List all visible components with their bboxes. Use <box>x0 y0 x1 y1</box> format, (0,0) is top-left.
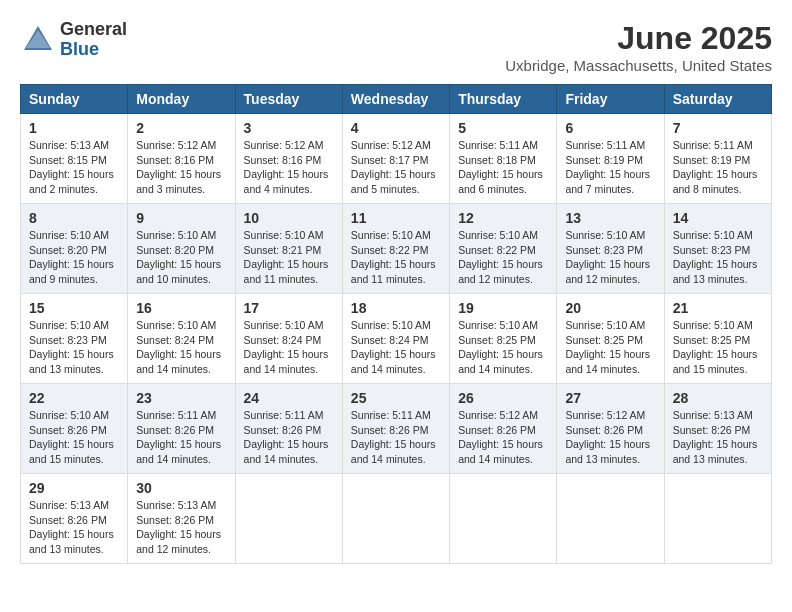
weekday-header-row: Sunday Monday Tuesday Wednesday Thursday… <box>21 85 772 114</box>
day-info: Sunrise: 5:13 AMSunset: 8:15 PMDaylight:… <box>29 138 119 197</box>
table-row: 2Sunrise: 5:12 AMSunset: 8:16 PMDaylight… <box>128 114 235 204</box>
day-number: 11 <box>351 210 441 226</box>
month-title: June 2025 <box>505 20 772 57</box>
day-number: 4 <box>351 120 441 136</box>
day-number: 12 <box>458 210 548 226</box>
day-info: Sunrise: 5:12 AMSunset: 8:17 PMDaylight:… <box>351 138 441 197</box>
day-info: Sunrise: 5:11 AMSunset: 8:26 PMDaylight:… <box>244 408 334 467</box>
table-row <box>342 474 449 564</box>
table-row: 4Sunrise: 5:12 AMSunset: 8:17 PMDaylight… <box>342 114 449 204</box>
day-number: 15 <box>29 300 119 316</box>
day-number: 29 <box>29 480 119 496</box>
day-info: Sunrise: 5:11 AMSunset: 8:19 PMDaylight:… <box>565 138 655 197</box>
day-info: Sunrise: 5:12 AMSunset: 8:26 PMDaylight:… <box>458 408 548 467</box>
table-row: 10Sunrise: 5:10 AMSunset: 8:21 PMDayligh… <box>235 204 342 294</box>
calendar-table: Sunday Monday Tuesday Wednesday Thursday… <box>20 84 772 564</box>
table-row: 19Sunrise: 5:10 AMSunset: 8:25 PMDayligh… <box>450 294 557 384</box>
calendar-week-row: 1Sunrise: 5:13 AMSunset: 8:15 PMDaylight… <box>21 114 772 204</box>
day-number: 24 <box>244 390 334 406</box>
table-row: 26Sunrise: 5:12 AMSunset: 8:26 PMDayligh… <box>450 384 557 474</box>
day-number: 30 <box>136 480 226 496</box>
day-info: Sunrise: 5:12 AMSunset: 8:16 PMDaylight:… <box>136 138 226 197</box>
table-row: 15Sunrise: 5:10 AMSunset: 8:23 PMDayligh… <box>21 294 128 384</box>
day-info: Sunrise: 5:12 AMSunset: 8:16 PMDaylight:… <box>244 138 334 197</box>
table-row: 1Sunrise: 5:13 AMSunset: 8:15 PMDaylight… <box>21 114 128 204</box>
day-info: Sunrise: 5:13 AMSunset: 8:26 PMDaylight:… <box>29 498 119 557</box>
table-row <box>557 474 664 564</box>
day-info: Sunrise: 5:12 AMSunset: 8:26 PMDaylight:… <box>565 408 655 467</box>
day-info: Sunrise: 5:10 AMSunset: 8:24 PMDaylight:… <box>244 318 334 377</box>
table-row: 6Sunrise: 5:11 AMSunset: 8:19 PMDaylight… <box>557 114 664 204</box>
day-number: 3 <box>244 120 334 136</box>
day-number: 6 <box>565 120 655 136</box>
calendar-week-row: 15Sunrise: 5:10 AMSunset: 8:23 PMDayligh… <box>21 294 772 384</box>
table-row: 25Sunrise: 5:11 AMSunset: 8:26 PMDayligh… <box>342 384 449 474</box>
day-info: Sunrise: 5:10 AMSunset: 8:24 PMDaylight:… <box>351 318 441 377</box>
day-number: 18 <box>351 300 441 316</box>
day-info: Sunrise: 5:10 AMSunset: 8:20 PMDaylight:… <box>136 228 226 287</box>
table-row: 28Sunrise: 5:13 AMSunset: 8:26 PMDayligh… <box>664 384 771 474</box>
logo-blue-text: Blue <box>60 40 127 60</box>
header-friday: Friday <box>557 85 664 114</box>
day-number: 27 <box>565 390 655 406</box>
header-tuesday: Tuesday <box>235 85 342 114</box>
day-info: Sunrise: 5:10 AMSunset: 8:22 PMDaylight:… <box>351 228 441 287</box>
calendar-week-row: 22Sunrise: 5:10 AMSunset: 8:26 PMDayligh… <box>21 384 772 474</box>
table-row <box>450 474 557 564</box>
table-row: 17Sunrise: 5:10 AMSunset: 8:24 PMDayligh… <box>235 294 342 384</box>
table-row: 22Sunrise: 5:10 AMSunset: 8:26 PMDayligh… <box>21 384 128 474</box>
table-row: 7Sunrise: 5:11 AMSunset: 8:19 PMDaylight… <box>664 114 771 204</box>
table-row: 18Sunrise: 5:10 AMSunset: 8:24 PMDayligh… <box>342 294 449 384</box>
day-number: 7 <box>673 120 763 136</box>
header-sunday: Sunday <box>21 85 128 114</box>
day-info: Sunrise: 5:11 AMSunset: 8:26 PMDaylight:… <box>136 408 226 467</box>
day-number: 21 <box>673 300 763 316</box>
table-row: 12Sunrise: 5:10 AMSunset: 8:22 PMDayligh… <box>450 204 557 294</box>
table-row: 21Sunrise: 5:10 AMSunset: 8:25 PMDayligh… <box>664 294 771 384</box>
day-info: Sunrise: 5:10 AMSunset: 8:26 PMDaylight:… <box>29 408 119 467</box>
location-title: Uxbridge, Massachusetts, United States <box>505 57 772 74</box>
day-number: 20 <box>565 300 655 316</box>
day-info: Sunrise: 5:13 AMSunset: 8:26 PMDaylight:… <box>673 408 763 467</box>
table-row: 14Sunrise: 5:10 AMSunset: 8:23 PMDayligh… <box>664 204 771 294</box>
title-area: June 2025 Uxbridge, Massachusetts, Unite… <box>505 20 772 74</box>
table-row: 20Sunrise: 5:10 AMSunset: 8:25 PMDayligh… <box>557 294 664 384</box>
day-number: 9 <box>136 210 226 226</box>
day-info: Sunrise: 5:10 AMSunset: 8:23 PMDaylight:… <box>673 228 763 287</box>
day-info: Sunrise: 5:10 AMSunset: 8:25 PMDaylight:… <box>565 318 655 377</box>
day-number: 19 <box>458 300 548 316</box>
day-info: Sunrise: 5:10 AMSunset: 8:21 PMDaylight:… <box>244 228 334 287</box>
table-row: 13Sunrise: 5:10 AMSunset: 8:23 PMDayligh… <box>557 204 664 294</box>
day-number: 16 <box>136 300 226 316</box>
day-info: Sunrise: 5:10 AMSunset: 8:22 PMDaylight:… <box>458 228 548 287</box>
day-info: Sunrise: 5:10 AMSunset: 8:25 PMDaylight:… <box>673 318 763 377</box>
day-info: Sunrise: 5:10 AMSunset: 8:23 PMDaylight:… <box>29 318 119 377</box>
day-number: 10 <box>244 210 334 226</box>
logo-general-text: General <box>60 20 127 40</box>
day-info: Sunrise: 5:10 AMSunset: 8:25 PMDaylight:… <box>458 318 548 377</box>
day-number: 17 <box>244 300 334 316</box>
header-wednesday: Wednesday <box>342 85 449 114</box>
table-row: 23Sunrise: 5:11 AMSunset: 8:26 PMDayligh… <box>128 384 235 474</box>
table-row: 24Sunrise: 5:11 AMSunset: 8:26 PMDayligh… <box>235 384 342 474</box>
header-thursday: Thursday <box>450 85 557 114</box>
day-info: Sunrise: 5:11 AMSunset: 8:18 PMDaylight:… <box>458 138 548 197</box>
table-row: 29Sunrise: 5:13 AMSunset: 8:26 PMDayligh… <box>21 474 128 564</box>
day-info: Sunrise: 5:10 AMSunset: 8:20 PMDaylight:… <box>29 228 119 287</box>
table-row: 5Sunrise: 5:11 AMSunset: 8:18 PMDaylight… <box>450 114 557 204</box>
day-info: Sunrise: 5:10 AMSunset: 8:24 PMDaylight:… <box>136 318 226 377</box>
day-number: 1 <box>29 120 119 136</box>
day-number: 8 <box>29 210 119 226</box>
header-saturday: Saturday <box>664 85 771 114</box>
day-number: 23 <box>136 390 226 406</box>
day-info: Sunrise: 5:11 AMSunset: 8:19 PMDaylight:… <box>673 138 763 197</box>
table-row: 16Sunrise: 5:10 AMSunset: 8:24 PMDayligh… <box>128 294 235 384</box>
logo-icon <box>20 22 56 58</box>
day-number: 28 <box>673 390 763 406</box>
table-row: 8Sunrise: 5:10 AMSunset: 8:20 PMDaylight… <box>21 204 128 294</box>
table-row <box>235 474 342 564</box>
day-number: 25 <box>351 390 441 406</box>
day-number: 26 <box>458 390 548 406</box>
day-number: 2 <box>136 120 226 136</box>
logo: General Blue <box>20 20 127 60</box>
